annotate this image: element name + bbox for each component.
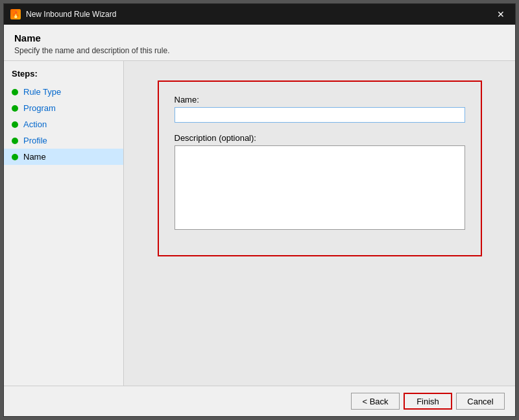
titlebar: 🔥 New Inbound Rule Wizard ✕ [4,4,515,25]
step-label-name: Name [23,152,46,162]
step-dot-profile [12,138,18,144]
step-label-program: Program [23,103,56,113]
sidebar-item-program[interactable]: Program [4,100,123,116]
close-button[interactable]: ✕ [493,6,509,22]
step-dot-action [12,121,18,128]
step-label-profile: Profile [23,136,47,145]
steps-label: Steps: [4,69,123,84]
form-panel: Name: Description (optional): [158,80,482,256]
main-area: Steps: Rule Type Program Action Profile [4,61,515,386]
window-title: New Inbound Rule Wizard [26,10,116,19]
description-input[interactable] [175,145,465,230]
cancel-button[interactable]: Cancel [456,393,505,410]
step-label-action: Action [23,119,47,129]
finish-button[interactable]: Finish [404,393,452,410]
sidebar-item-action[interactable]: Action [4,116,123,132]
titlebar-left: 🔥 New Inbound Rule Wizard [10,9,116,19]
sidebar-item-name[interactable]: Name [4,149,123,165]
step-label-rule-type: Rule Type [23,87,61,97]
sidebar: Steps: Rule Type Program Action Profile [4,61,124,386]
name-field-group: Name: [175,95,465,123]
description-field-group: Description (optional): [175,133,465,232]
name-input[interactable] [175,107,465,123]
page-subtitle: Specify the name and description of this… [14,46,505,55]
name-label: Name: [175,95,465,105]
window-content: Name Specify the name and description of… [4,25,515,416]
step-dot-name [12,154,18,160]
page-title: Name [14,32,505,43]
app-icon: 🔥 [10,9,21,19]
content-area: Name: Description (optional): [124,61,515,386]
footer: < Back Finish Cancel [4,386,515,416]
step-dot-rule-type [12,89,18,95]
wizard-window: 🔥 New Inbound Rule Wizard ✕ Name Specify… [3,3,516,417]
description-label: Description (optional): [175,133,465,143]
sidebar-item-profile[interactable]: Profile [4,132,123,149]
header-section: Name Specify the name and description of… [4,25,515,61]
back-button[interactable]: < Back [351,393,400,410]
step-dot-program [12,105,18,112]
sidebar-item-rule-type[interactable]: Rule Type [4,84,123,100]
